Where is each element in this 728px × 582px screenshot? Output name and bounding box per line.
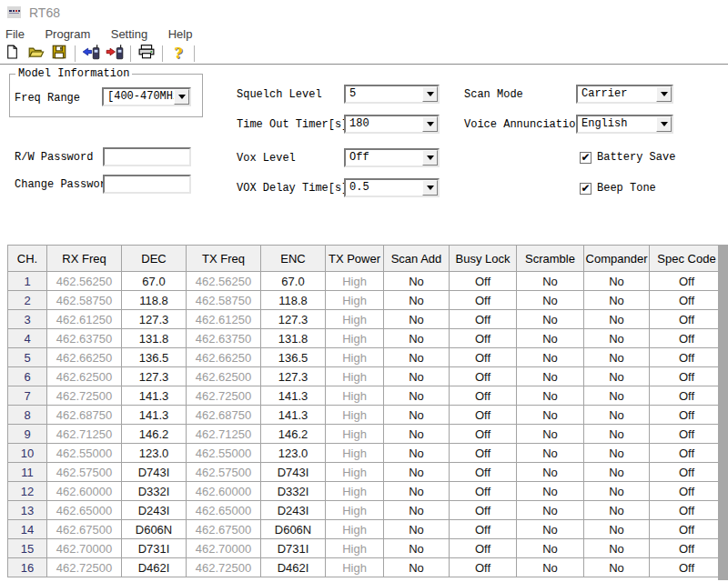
row-header-ch[interactable]: 5: [8, 348, 47, 367]
row-header-ch[interactable]: 13: [8, 501, 47, 520]
cell-rx-freq[interactable]: 462.68750: [47, 406, 122, 425]
cell-enc[interactable]: D332I: [261, 482, 326, 501]
cell-scramble[interactable]: No: [517, 539, 584, 558]
cell-busy-lock[interactable]: Off: [450, 425, 517, 444]
cell-tx-freq[interactable]: 462.62500: [187, 367, 261, 386]
cell-scan-add[interactable]: No: [384, 501, 450, 520]
cell-tx-power[interactable]: High: [326, 463, 384, 482]
cell-rx-freq[interactable]: 462.70000: [47, 539, 122, 558]
cell-busy-lock[interactable]: Off: [450, 348, 517, 367]
cell-tx-power[interactable]: High: [326, 367, 384, 386]
cell-rx-freq[interactable]: 462.55000: [47, 444, 122, 463]
cell-enc[interactable]: 127.3: [261, 367, 326, 386]
row-header-ch[interactable]: 6: [8, 367, 47, 386]
cell-enc[interactable]: 123.0: [261, 444, 326, 463]
cell-compander[interactable]: No: [584, 425, 650, 444]
row-header-ch[interactable]: 2: [8, 291, 47, 310]
cell-scan-add[interactable]: No: [384, 482, 450, 501]
cell-busy-lock[interactable]: Off: [450, 463, 517, 482]
battery-save-checkbox[interactable]: ✔: [580, 152, 592, 164]
menu-file[interactable]: File: [0, 26, 33, 41]
cell-scan-add[interactable]: No: [384, 386, 450, 406]
cell-dec[interactable]: 118.8: [122, 291, 187, 310]
save-file-button[interactable]: [48, 45, 70, 63]
column-header-enc[interactable]: ENC: [261, 246, 326, 272]
chevron-down-icon[interactable]: [422, 180, 438, 196]
column-header-spec-code[interactable]: Spec Code: [650, 246, 724, 272]
vox-level-select[interactable]: Off: [344, 148, 440, 167]
cell-enc[interactable]: 146.2: [261, 425, 326, 444]
cell-scan-add[interactable]: No: [384, 558, 450, 577]
cell-compander[interactable]: No: [584, 501, 650, 520]
cell-tx-power[interactable]: High: [326, 539, 384, 558]
row-header-ch[interactable]: 15: [8, 539, 47, 558]
cell-scan-add[interactable]: No: [384, 272, 450, 291]
cell-tx-freq[interactable]: 462.68750: [187, 406, 261, 425]
column-header-rx-freq[interactable]: RX Freq: [47, 246, 122, 272]
cell-tx-power[interactable]: High: [326, 310, 384, 329]
cell-spec-code[interactable]: Off: [650, 539, 724, 558]
cell-scramble[interactable]: No: [517, 310, 584, 329]
cell-compander[interactable]: No: [584, 463, 650, 482]
cell-rx-freq[interactable]: 462.67500: [47, 520, 122, 539]
cell-compander[interactable]: No: [584, 520, 650, 539]
column-header-tx-power[interactable]: TX Power: [326, 246, 384, 272]
row-header-ch[interactable]: 14: [8, 520, 47, 539]
beep-tone-checkbox[interactable]: ✔: [580, 183, 592, 195]
cell-compander[interactable]: No: [584, 482, 650, 501]
row-header-ch[interactable]: 9: [8, 425, 47, 444]
chevron-down-icon[interactable]: [656, 116, 672, 132]
cell-busy-lock[interactable]: Off: [450, 558, 517, 577]
cell-scramble[interactable]: No: [517, 501, 584, 520]
cell-compander[interactable]: No: [584, 406, 650, 425]
cell-dec[interactable]: 146.2: [122, 425, 187, 444]
cell-dec[interactable]: 67.0: [122, 272, 187, 291]
cell-spec-code[interactable]: Off: [650, 463, 724, 482]
open-file-button[interactable]: [25, 45, 46, 63]
column-header-compander[interactable]: Compander: [584, 246, 650, 272]
cell-tx-freq[interactable]: 462.67500: [187, 520, 261, 539]
cell-compander[interactable]: No: [584, 348, 650, 367]
cell-spec-code[interactable]: Off: [650, 329, 724, 348]
cell-enc[interactable]: 127.3: [261, 310, 326, 329]
cell-enc[interactable]: 67.0: [261, 272, 326, 291]
cell-scramble[interactable]: No: [517, 406, 584, 425]
cell-tx-freq[interactable]: 462.60000: [187, 482, 261, 501]
cell-scramble[interactable]: No: [517, 329, 584, 348]
cell-tx-freq[interactable]: 462.56250: [187, 272, 261, 291]
cell-scan-add[interactable]: No: [384, 520, 450, 539]
rw-password-input[interactable]: [103, 147, 191, 166]
cell-compander[interactable]: No: [584, 539, 650, 558]
cell-dec[interactable]: 141.3: [122, 406, 187, 425]
cell-rx-freq[interactable]: 462.72500: [47, 386, 122, 406]
cell-compander[interactable]: No: [584, 291, 650, 310]
cell-scramble[interactable]: No: [517, 558, 584, 577]
cell-tx-power[interactable]: High: [326, 406, 384, 425]
cell-spec-code[interactable]: Off: [650, 558, 724, 577]
cell-busy-lock[interactable]: Off: [450, 444, 517, 463]
cell-spec-code[interactable]: Off: [650, 291, 724, 310]
cell-tx-power[interactable]: High: [326, 425, 384, 444]
read-from-radio-button[interactable]: [80, 45, 102, 63]
cell-enc[interactable]: D462I: [261, 558, 326, 577]
cell-dec[interactable]: D243I: [122, 501, 187, 520]
cell-spec-code[interactable]: Off: [650, 348, 724, 367]
cell-dec[interactable]: 131.8: [122, 329, 187, 348]
cell-scan-add[interactable]: No: [384, 329, 450, 348]
cell-tx-power[interactable]: High: [326, 348, 384, 367]
cell-rx-freq[interactable]: 462.62500: [47, 367, 122, 386]
cell-scramble[interactable]: No: [517, 386, 584, 406]
column-header-busy-lock[interactable]: Busy Lock: [450, 246, 517, 272]
cell-spec-code[interactable]: Off: [650, 501, 724, 520]
cell-dec[interactable]: D743I: [122, 463, 187, 482]
cell-spec-code[interactable]: Off: [650, 386, 724, 406]
cell-enc[interactable]: 141.3: [261, 386, 326, 406]
cell-tx-freq[interactable]: 462.71250: [187, 425, 261, 444]
cell-tx-freq[interactable]: 462.70000: [187, 539, 261, 558]
cell-scan-add[interactable]: No: [384, 348, 450, 367]
cell-scramble[interactable]: No: [517, 367, 584, 386]
help-button[interactable]: ?: [167, 45, 189, 63]
cell-spec-code[interactable]: Off: [650, 367, 724, 386]
cell-tx-power[interactable]: High: [326, 558, 384, 577]
column-header-ch[interactable]: CH.: [8, 246, 47, 272]
